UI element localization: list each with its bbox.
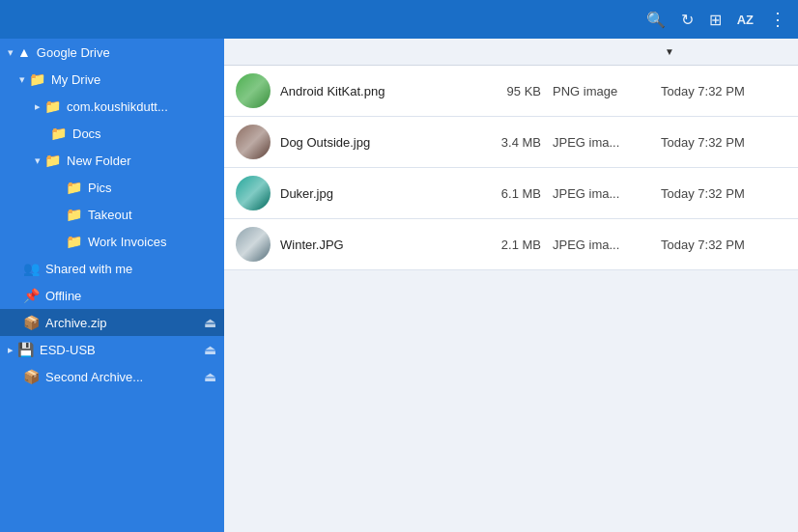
- file-type-winter: JPEG ima...: [553, 238, 649, 252]
- sidebar-label-pics: Pics: [88, 181, 112, 195]
- file-name-dog-outside: Dog Outside.jpg: [280, 135, 464, 150]
- sidebar-item-offline[interactable]: 📌Offline: [0, 282, 224, 309]
- sidebar-item-google-drive[interactable]: ▾▲Google Drive: [0, 39, 224, 66]
- sidebar-item-esd-usb[interactable]: ▸💾ESD-USB⏏: [0, 336, 224, 363]
- file-size-dog-outside: 3.4 MB: [464, 135, 541, 150]
- folder-icon-google-drive: ▲: [17, 44, 31, 60]
- search-icon[interactable]: 🔍: [646, 11, 666, 29]
- file-type-dog-outside: JPEG ima...: [553, 135, 649, 150]
- main-layout: ▾▲Google Drive▾📁My Drive▸📁com.koushikdut…: [0, 39, 798, 532]
- file-date-dog-outside: Today 7:32 PM: [661, 135, 786, 150]
- sort-icon[interactable]: AZ: [737, 13, 754, 27]
- folder-icon-my-drive: 📁: [29, 71, 45, 87]
- eject-btn-esd-usb[interactable]: ⏏: [204, 342, 216, 357]
- sidebar-label-second-archive: Second Archive...: [45, 370, 143, 384]
- sort-arrow-icon: ▼: [665, 46, 674, 57]
- sidebar-item-new-folder[interactable]: ▾📁New Folder: [0, 147, 224, 174]
- expand-arrow-new-folder: ▾: [35, 154, 41, 167]
- file-type-android-kitkat: PNG image: [553, 84, 649, 98]
- sidebar-label-docs: Docs: [72, 126, 101, 141]
- sidebar-item-work-invoices[interactable]: 📁Work Invoices: [0, 228, 224, 255]
- sidebar-label-new-folder: New Folder: [67, 154, 130, 168]
- file-date-duker: Today 7:32 PM: [661, 186, 786, 201]
- grid-view-icon[interactable]: ⊞: [709, 11, 722, 29]
- file-date-android-kitkat: Today 7:32 PM: [661, 84, 786, 98]
- file-row-dog-outside[interactable]: Dog Outside.jpg 3.4 MB JPEG ima... Today…: [224, 117, 798, 168]
- folder-icon-offline: 📌: [23, 288, 40, 303]
- file-size-android-kitkat: 95 KB: [464, 84, 541, 98]
- sidebar-item-second-archive[interactable]: 📦Second Archive...⏏: [0, 363, 224, 390]
- file-row-duker[interactable]: Duker.jpg 6.1 MB JPEG ima... Today 7:32 …: [224, 168, 798, 219]
- file-row-winter[interactable]: Winter.JPG 2.1 MB JPEG ima... Today 7:32…: [224, 219, 798, 270]
- sidebar-item-archive-zip[interactable]: 📦Archive.zip⏏: [0, 309, 224, 336]
- file-thumb-dog-outside: [236, 125, 271, 159]
- sidebar-item-my-drive[interactable]: ▾📁My Drive: [0, 66, 224, 93]
- sidebar-label-esd-usb: ESD-USB: [40, 343, 96, 357]
- file-thumb-duker: [236, 176, 271, 210]
- sidebar-label-shared-with-me: Shared with me: [45, 262, 132, 276]
- refresh-icon[interactable]: ↻: [681, 11, 694, 29]
- sidebar-label-com-koushik: com.koushikdutt...: [67, 99, 168, 114]
- expand-arrow-com-koushik: ▸: [35, 100, 41, 113]
- sidebar-item-shared-with-me[interactable]: 👥Shared with me: [0, 255, 224, 282]
- folder-icon-docs: 📁: [50, 126, 67, 141]
- folder-icon-pics: 📁: [66, 180, 82, 195]
- folder-icon-shared-with-me: 👥: [23, 261, 40, 276]
- sidebar-label-archive-zip: Archive.zip: [45, 316, 107, 330]
- menu-icon[interactable]: ⋮: [769, 9, 786, 30]
- expand-arrow-esd-usb: ▸: [8, 344, 14, 356]
- folder-icon-com-koushik: 📁: [44, 98, 61, 114]
- file-thumb-android-kitkat: [236, 73, 271, 108]
- folder-icon-work-invoices: 📁: [66, 234, 82, 249]
- sidebar-label-work-invoices: Work Invoices: [88, 235, 166, 249]
- eject-btn-archive-zip[interactable]: ⏏: [204, 315, 216, 330]
- folder-icon-second-archive: 📦: [23, 369, 40, 384]
- folder-icon-takeout: 📁: [66, 207, 82, 222]
- file-header: ▼: [224, 39, 798, 66]
- file-type-duker: JPEG ima...: [553, 186, 649, 201]
- sidebar-item-takeout[interactable]: 📁Takeout: [0, 201, 224, 228]
- file-thumb-winter: [236, 227, 271, 262]
- file-rows: Android KitKat.png 95 KB PNG image Today…: [224, 66, 798, 532]
- filelist: ▼ Android KitKat.png 95 KB PNG image Tod…: [224, 39, 798, 532]
- sidebar-item-com-koushik[interactable]: ▸📁com.koushikdutt...: [0, 93, 224, 120]
- col-date-header: ▼: [661, 46, 786, 57]
- file-name-winter: Winter.JPG: [280, 238, 464, 252]
- sidebar-label-my-drive: My Drive: [51, 72, 100, 87]
- sidebar-label-takeout: Takeout: [88, 208, 132, 222]
- sidebar-item-pics[interactable]: 📁Pics: [0, 174, 224, 201]
- sidebar: ▾▲Google Drive▾📁My Drive▸📁com.koushikdut…: [0, 39, 224, 532]
- sidebar-label-google-drive: Google Drive: [37, 45, 110, 60]
- folder-icon-new-folder: 📁: [44, 153, 61, 168]
- eject-btn-second-archive[interactable]: ⏏: [204, 369, 216, 384]
- file-name-android-kitkat: Android KitKat.png: [280, 84, 464, 98]
- file-date-winter: Today 7:32 PM: [661, 238, 786, 252]
- expand-arrow-my-drive: ▾: [19, 73, 25, 86]
- titlebar-actions: 🔍 ↻ ⊞ AZ ⋮: [646, 9, 786, 30]
- titlebar: 🔍 ↻ ⊞ AZ ⋮: [0, 0, 798, 39]
- file-row-android-kitkat[interactable]: Android KitKat.png 95 KB PNG image Today…: [224, 66, 798, 117]
- sidebar-item-docs[interactable]: 📁Docs: [0, 120, 224, 147]
- file-size-duker: 6.1 MB: [464, 186, 541, 201]
- folder-icon-esd-usb: 💾: [17, 342, 34, 357]
- sidebar-label-offline: Offline: [45, 289, 81, 303]
- file-name-duker: Duker.jpg: [280, 186, 464, 201]
- file-size-winter: 2.1 MB: [464, 238, 541, 252]
- folder-icon-archive-zip: 📦: [23, 315, 40, 330]
- expand-arrow-google-drive: ▾: [8, 46, 14, 59]
